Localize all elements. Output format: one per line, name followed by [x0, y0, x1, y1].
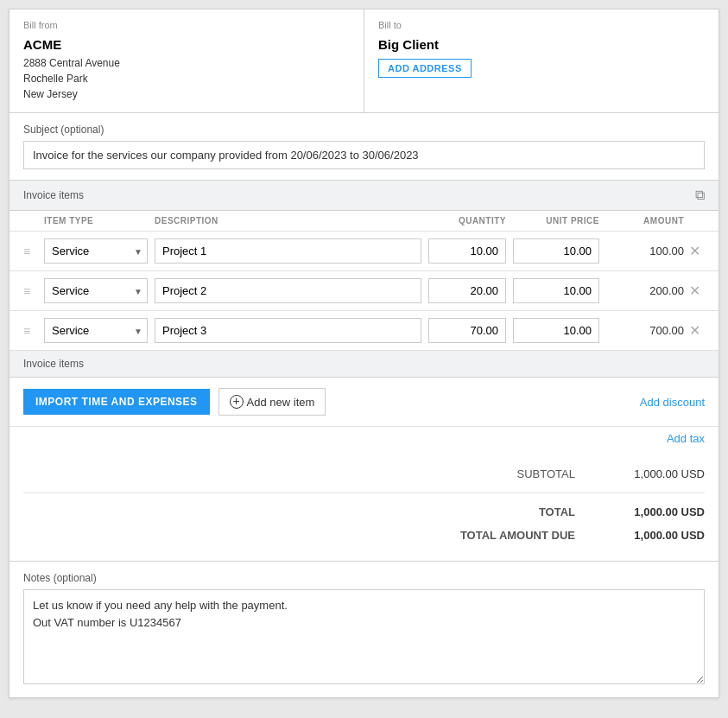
address-line1: 2888 Central Avenue — [23, 55, 350, 71]
add-new-item-button[interactable]: + Add new item — [218, 388, 326, 416]
quantity-input[interactable] — [428, 278, 506, 303]
remove-row-button[interactable]: ✕ — [684, 284, 705, 298]
copy-icon[interactable]: ⧉ — [695, 187, 705, 203]
invoice-rows: ≡ ServiceProductHours ▼ 100.00 ✕ ≡ Servi… — [9, 232, 719, 351]
notes-section: Notes (optional) — [9, 561, 719, 697]
subject-section: Subject (optional) — [9, 113, 719, 181]
drag-handle[interactable]: ≡ — [23, 245, 44, 258]
invoice-items-header: Invoice items ⧉ — [9, 181, 719, 211]
subject-label: Subject (optional) — [23, 124, 705, 136]
bill-from-label: Bill from — [23, 20, 350, 30]
description-input[interactable] — [155, 238, 421, 264]
table-row: ≡ ServiceProductHours ▼ 700.00 ✕ — [9, 311, 719, 351]
company-name: ACME — [23, 37, 350, 52]
company-address: 2888 Central Avenue Rochelle Park New Je… — [23, 55, 350, 102]
quantity-input[interactable] — [428, 318, 506, 343]
subtotal-label: SUBTOTAL — [472, 467, 575, 480]
plus-icon: + — [230, 395, 244, 409]
bill-from-section: Bill from ACME 2888 Central Avenue Roche… — [9, 10, 364, 112]
total-due-row: TOTAL AMOUNT DUE 1,000.00 USD — [23, 524, 705, 547]
col-header-description: DESCRIPTION — [155, 216, 421, 226]
drag-handle[interactable]: ≡ — [23, 324, 44, 338]
item-type-select[interactable]: ServiceProductHours — [44, 238, 148, 264]
bill-to-section: Bill to Big Client ADD ADDRESS — [364, 10, 719, 112]
add-address-button[interactable]: ADD ADDRESS — [378, 59, 472, 78]
address-line2: Rochelle Park — [23, 71, 350, 86]
item-type-select[interactable]: ServiceProductHours — [44, 278, 148, 303]
totals-divider — [23, 492, 705, 493]
unit-price-input[interactable] — [513, 278, 599, 303]
subtotal-row: SUBTOTAL 1,000.00 USD — [23, 462, 705, 486]
total-row: TOTAL 1,000.00 USD — [23, 500, 705, 524]
import-time-expenses-button[interactable]: IMPORT TIME AND EXPENSES — [23, 389, 210, 415]
col-header-unit-price: UNIT PRICE — [513, 216, 599, 226]
amount-value: 200.00 — [606, 284, 684, 297]
actions-left: IMPORT TIME AND EXPENSES + Add new item — [23, 388, 326, 416]
description-input[interactable] — [155, 278, 421, 303]
unit-price-input[interactable] — [513, 318, 599, 343]
notes-textarea[interactable] — [23, 589, 705, 684]
type-select-wrap: ServiceProductHours ▼ — [44, 238, 148, 264]
notes-label: Notes (optional) — [23, 572, 705, 584]
total-label: TOTAL — [472, 505, 575, 518]
subtotal-value: 1,000.00 USD — [610, 467, 705, 480]
type-select-wrap: ServiceProductHours ▼ — [44, 278, 148, 303]
total-due-label: TOTAL AMOUNT DUE — [460, 529, 575, 542]
type-select-wrap: ServiceProductHours ▼ — [44, 318, 148, 343]
totals-section: SUBTOTAL 1,000.00 USD TOTAL 1,000.00 USD… — [9, 455, 719, 561]
bill-to-label: Bill to — [378, 20, 705, 30]
item-type-select[interactable]: ServiceProductHours — [44, 318, 148, 343]
subject-input[interactable] — [23, 141, 705, 169]
table-row: ≡ ServiceProductHours ▼ 200.00 ✕ — [9, 271, 719, 311]
actions-row: IMPORT TIME AND EXPENSES + Add new item … — [9, 378, 719, 427]
invoice-items-footer-label: Invoice items — [23, 358, 84, 370]
amount-value: 100.00 — [606, 245, 684, 257]
quantity-input[interactable] — [428, 238, 506, 264]
bill-header: Bill from ACME 2888 Central Avenue Roche… — [9, 10, 719, 113]
remove-row-button[interactable]: ✕ — [684, 245, 705, 258]
invoice-items-footer: Invoice items — [9, 351, 719, 378]
drag-handle[interactable]: ≡ — [23, 284, 44, 298]
unit-price-input[interactable] — [513, 238, 599, 264]
col-header-item-type: ITEM TYPE — [44, 216, 148, 226]
total-value: 1,000.00 USD — [610, 505, 705, 518]
table-header: ITEM TYPE DESCRIPTION QUANTITY UNIT PRIC… — [9, 211, 719, 232]
table-row: ≡ ServiceProductHours ▼ 100.00 ✕ — [9, 232, 719, 271]
total-due-value: 1,000.00 USD — [610, 529, 705, 542]
client-name: Big Client — [378, 37, 705, 52]
add-discount-link[interactable]: Add discount — [640, 396, 705, 409]
add-tax-row: Add tax — [9, 427, 719, 455]
invoice-items-section-label: Invoice items — [23, 189, 84, 201]
description-input[interactable] — [155, 318, 421, 343]
add-item-label: Add new item — [247, 396, 315, 409]
add-tax-link[interactable]: Add tax — [667, 432, 705, 445]
amount-value: 700.00 — [606, 324, 684, 337]
invoice-container: Bill from ACME 2888 Central Avenue Roche… — [9, 9, 719, 698]
remove-row-button[interactable]: ✕ — [684, 324, 705, 338]
col-header-quantity: QUANTITY — [428, 216, 506, 226]
col-header-amount: AMOUNT — [606, 216, 684, 226]
address-line3: New Jersey — [23, 86, 350, 102]
